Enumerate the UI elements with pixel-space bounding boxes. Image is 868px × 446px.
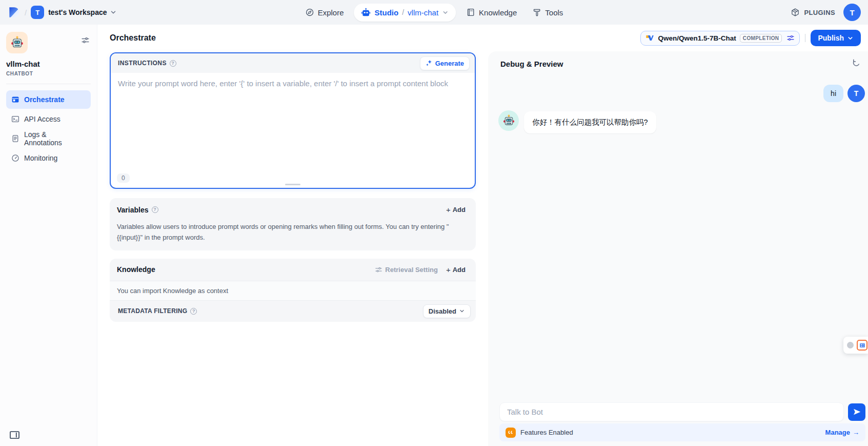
chevron-down-icon[interactable] [442, 9, 449, 16]
metadata-filtering-select[interactable]: Disabled [423, 304, 471, 318]
workspace-initial-chip[interactable]: T [31, 6, 44, 19]
bot-message-bubble: 你好！有什么问题我可以帮助你吗? [524, 111, 656, 133]
plus-icon: + [446, 206, 451, 214]
nav-tools-label: Tools [545, 8, 563, 17]
plus-icon: + [446, 266, 451, 274]
publish-button[interactable]: Publish [811, 30, 861, 46]
bot-avatar [498, 110, 519, 131]
resize-handle[interactable] [285, 184, 300, 185]
user-avatar[interactable]: T [843, 4, 861, 21]
variables-panel: Variables ? + Add Variables allow users … [110, 198, 476, 250]
user-message-bubble: hi [823, 85, 843, 102]
instructions-title: INSTRUCTIONS [118, 60, 167, 67]
chat-input[interactable] [499, 402, 844, 421]
book-icon [466, 8, 475, 17]
floating-extension-widget[interactable] [843, 337, 868, 354]
slash-divider: / [402, 8, 404, 16]
add-knowledge-button[interactable]: + Add [443, 264, 469, 275]
char-count-badge: 0 [117, 173, 130, 183]
send-button[interactable] [848, 403, 865, 421]
robot-emoji-icon [502, 114, 515, 127]
slash-divider: / [25, 8, 27, 17]
retrieval-setting-label: Retrieval Setting [385, 266, 438, 274]
app-settings-icon[interactable] [81, 36, 90, 45]
metadata-filtering-row: METADATA FILTERING ? Disabled [110, 301, 476, 322]
sidebar-item-api-access[interactable]: API Access [6, 110, 91, 128]
nav-knowledge[interactable]: Knowledge [461, 5, 522, 20]
help-icon[interactable]: ? [152, 206, 158, 213]
features-enabled-label: Features Enabled [520, 429, 573, 436]
workspace-name: test's Workspace [48, 8, 107, 16]
gauge-icon [11, 154, 19, 162]
help-icon[interactable]: ? [170, 60, 176, 67]
window-icon [11, 95, 19, 104]
instructions-header: INSTRUCTIONS ? Generate [111, 53, 475, 73]
dot-icon [847, 342, 854, 348]
variables-description: Variables allow users to introduce promp… [117, 222, 450, 243]
nav-app-name: vllm-chat [408, 8, 438, 17]
manage-label: Manage [825, 429, 850, 436]
generate-button[interactable]: Generate [420, 56, 470, 70]
workspace-switcher[interactable]: test's Workspace [48, 8, 116, 16]
add-variable-button[interactable]: + Add [443, 204, 469, 215]
variables-title: Variables [117, 206, 149, 214]
terminal-icon [11, 115, 19, 123]
debug-preview-title: Debug & Preview [488, 51, 868, 68]
page-title: Orchestrate [110, 33, 156, 43]
restart-conversation-icon[interactable] [852, 59, 861, 68]
extension-icon [857, 340, 867, 351]
explore-icon [305, 8, 314, 17]
nav-studio-label: Studio [375, 8, 399, 17]
document-icon [11, 134, 19, 143]
retrieval-setting-button[interactable]: Retrieval Setting [375, 266, 438, 274]
arrow-right-icon: → [853, 429, 859, 436]
chat-input-row [499, 402, 865, 421]
nav-studio-active[interactable]: Studio / vllm-chat [354, 4, 456, 22]
model-selector[interactable]: Qwen/Qwen1.5-7B-Chat COMPLETION [640, 31, 800, 46]
debug-preview-panel: Debug & Preview hi T 你好！有什么问题我可以帮助你吗? [488, 51, 868, 446]
app-icon[interactable] [6, 32, 28, 53]
prompt-textarea[interactable] [111, 73, 475, 170]
package-icon [791, 8, 800, 17]
nav-explore[interactable]: Explore [300, 5, 349, 20]
plugins-button[interactable]: PLUGINS [791, 8, 835, 17]
app-type-badge: CHATBOT [6, 71, 91, 76]
model-mode-badge: COMPLETION [740, 34, 782, 43]
retrieval-settings-icon [375, 266, 382, 274]
topbar-right: PLUGINS T [791, 4, 861, 21]
knowledge-header: Knowledge Retrieval Setting + Add [110, 259, 476, 281]
help-icon[interactable]: ? [190, 308, 197, 315]
sidebar-item-orchestrate[interactable]: Orchestrate [6, 90, 91, 109]
model-params-icon[interactable] [786, 34, 795, 42]
chevron-down-icon [847, 35, 854, 42]
dify-logo[interactable] [7, 6, 21, 19]
manage-features-link[interactable]: Manage → [825, 429, 859, 436]
content-area: Orchestrate Qwen/Qwen1.5-7B-Chat COMPLET… [97, 25, 868, 446]
hammer-icon [532, 8, 541, 17]
bot-message-row: 你好！有什么问题我可以帮助你吗? [498, 110, 865, 133]
vllm-logo-icon [645, 34, 654, 42]
add-label: Add [453, 266, 466, 274]
user-message-row: hi T [498, 85, 865, 102]
content-header: Orchestrate Qwen/Qwen1.5-7B-Chat COMPLET… [97, 25, 868, 51]
nav-tools[interactable]: Tools [527, 5, 568, 20]
main-nav: Explore Studio / vllm-chat Knowledge Too… [300, 0, 569, 25]
collapse-sidebar-icon[interactable] [9, 430, 20, 440]
divider [805, 34, 805, 42]
knowledge-header-actions: Retrieval Setting + Add [375, 264, 469, 275]
sidebar-item-logs-annotations[interactable]: Logs & Annotations [6, 129, 91, 148]
instructions-title-group: INSTRUCTIONS ? [118, 60, 176, 67]
sidebar-item-monitoring[interactable]: Monitoring [6, 149, 91, 167]
sidebar-item-label: Monitoring [24, 154, 57, 162]
top-bar: / T test's Workspace Explore Studio / vl… [0, 0, 868, 25]
model-name: Qwen/Qwen1.5-7B-Chat [658, 34, 736, 42]
grid-glyph-icon [859, 342, 865, 348]
divider [6, 84, 91, 84]
app-name: vllm-chat [6, 60, 91, 68]
chevron-down-icon [110, 9, 117, 16]
add-label: Add [453, 206, 466, 214]
instructions-panel: INSTRUCTIONS ? Generate 0 [110, 52, 476, 189]
variables-title-group: Variables ? [117, 206, 158, 214]
sidebar-item-label: Orchestrate [24, 95, 65, 104]
plugins-label: PLUGINS [804, 9, 835, 16]
